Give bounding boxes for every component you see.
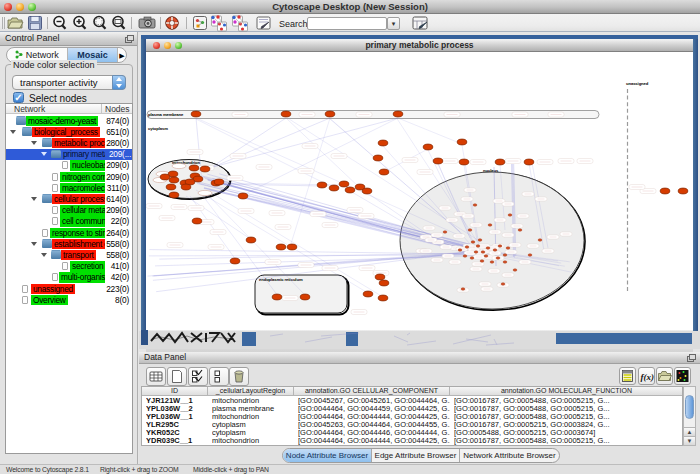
- svg-text:f(x): f(x): [641, 372, 655, 382]
- svg-text:unassigned: unassigned: [626, 81, 649, 86]
- svg-text:cytoplasm: cytoplasm: [148, 126, 168, 131]
- svg-text:plasma membrane: plasma membrane: [148, 112, 184, 117]
- svg-text:nucleus: nucleus: [483, 168, 499, 173]
